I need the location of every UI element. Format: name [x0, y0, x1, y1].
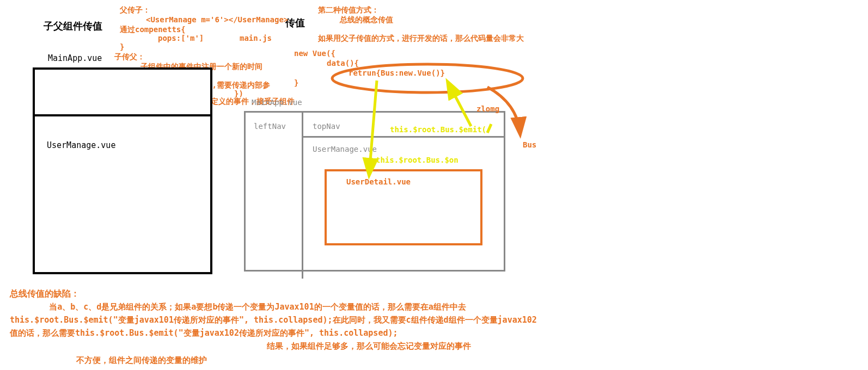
defect-p2: 结果，如果组件足够多，那么可能会忘记变量对应的事件 [267, 340, 800, 353]
title-transfer: 传值 [285, 16, 305, 29]
p2c-l1: <UserManage m='6'></UserManage> [146, 15, 288, 24]
bus-l1: new Vue({ [294, 49, 335, 58]
defect-heading: 总线传值的缺陷： [10, 288, 80, 300]
defect-p1: 当a、b、c、d是兄弟组件的关系；如果a要想b传递一个变量为Javax101的一… [10, 300, 543, 340]
bus-title: 第二种传值方式： [318, 5, 379, 15]
bus-note: 如果用父子传值的方式，进行开发的话，那么代码量会非常大 [318, 34, 524, 44]
mainapp-left-label: MainApp.vue [48, 53, 102, 63]
usermanage-left-label: UserManage.vue [47, 140, 115, 150]
mainapp-box-left [33, 67, 212, 274]
leftnav-label: leftNav [254, 122, 286, 131]
defect-p3: 不方便，组件之间传递的变量的维护 [76, 354, 610, 367]
mainapp-divider-left [33, 114, 212, 116]
p2c-l4: } [120, 42, 124, 51]
topnav-label: topNav [313, 122, 340, 131]
p2c-l3: pops:['m'] [158, 34, 204, 42]
mainjs-label: main.js [240, 34, 272, 42]
title-parent-child: 子父组件传值 [44, 20, 102, 33]
c2p-heading: 子传父： [114, 52, 145, 62]
c2p-brace: }) [234, 89, 243, 98]
svg-line-2 [448, 83, 471, 126]
bus-l4: } [294, 78, 298, 87]
svg-line-3 [487, 124, 491, 133]
yellow-arrows [349, 76, 512, 185]
mainapp-right-label: MainApp.vue [252, 98, 302, 107]
bus-subtitle: 总线的概念传值 [340, 15, 393, 25]
p2c-heading: 父传子： [120, 5, 150, 15]
svg-line-1 [369, 81, 377, 174]
